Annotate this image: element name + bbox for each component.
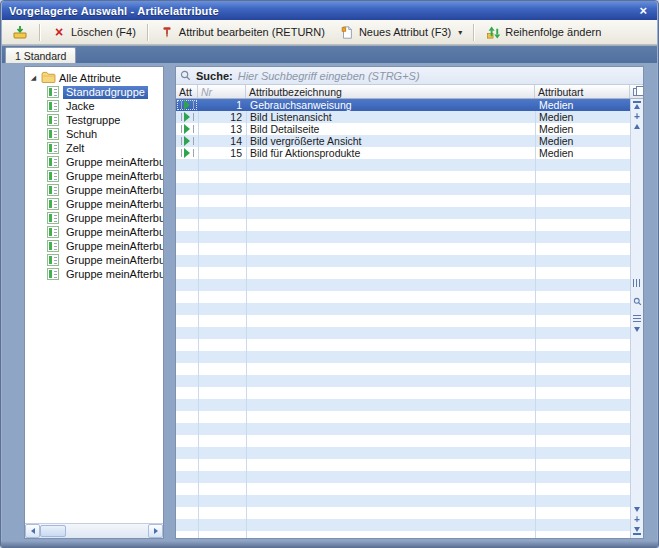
dropdown-caret-icon[interactable]: ▾ [458,28,462,37]
scroll-bottom-group: + [633,507,641,535]
column-chooser-button[interactable] [630,85,643,98]
close-button[interactable]: × [636,4,650,17]
import-button[interactable] [6,21,34,43]
column-chooser-icon [633,88,640,96]
left-arrow-icon [31,528,35,534]
tree-item[interactable]: Gruppe meinAfterbuy ART00082 [47,267,163,281]
tree-item[interactable]: Testgruppe [47,113,163,127]
delete-button[interactable]: × Löschen (F4) [45,21,142,43]
grid-vertical-line [198,99,199,538]
attribute-group-icon [47,184,59,196]
attributes-grid: Suche: Hier Suchbegriff eingeben (STRG+S… [175,66,644,539]
delete-label: Löschen (F4) [71,26,136,38]
scrollbar-track[interactable] [66,524,148,538]
search-mini-icon[interactable] [633,292,642,310]
row-navigate-plus-icon[interactable]: + [634,516,640,523]
tree-item[interactable]: Zelt [47,141,163,155]
content-area: ◢ Alle Attribute Standardgruppe J [2,63,657,541]
edit-attribute-button[interactable]: Attribut bearbeiten (RETURN) [153,21,331,43]
expander-icon[interactable]: ◢ [29,74,38,82]
attribute-group-icon [47,100,59,112]
right-arrow-icon [154,528,158,534]
top-bar-icon [633,101,641,103]
tab-standard[interactable]: 1 Standard [5,47,76,63]
attribute-group-icon [47,254,59,266]
title-bar: Vorgelagerte Auswahl - Artikelattribute … [2,1,657,20]
edit-attribute-label: Attribut bearbeiten (RETURN) [179,26,325,38]
reorder-button[interactable]: Reihenfolge ändern [479,21,607,43]
toolbar-separator [473,24,474,41]
media-attribute-icon [181,148,194,158]
search-label: Suche: [196,70,233,82]
attribute-group-icon [47,170,59,182]
grid-right-scroll-strip: + [630,99,643,538]
attribute-group-icon [47,212,59,224]
scrollbar-thumb[interactable] [40,525,66,537]
search-icon [180,67,191,85]
toolbar: × Löschen (F4) Attribut bearbeiten (RETU… [2,20,657,45]
tree-items-container: ◢ Alle Attribute Standardgruppe J [25,67,163,523]
tree-item[interactable]: Gruppe meinAfterbuy ART00079 [47,225,163,239]
reorder-arrows-icon [485,24,501,40]
attribute-group-icon [47,86,59,98]
grid-vertical-line [246,99,247,538]
scroll-to-bottom-button[interactable] [633,527,641,535]
tree-root-alle-attribute[interactable]: ◢ Alle Attribute [29,71,163,85]
tree-item[interactable]: Gruppe meinAfterbuy ART00074 [47,169,163,183]
down-triangle-icon [634,527,640,532]
scroll-down-button[interactable] [634,507,640,512]
new-document-icon [339,24,355,40]
attribute-group-icon [47,128,59,140]
grid-search-bar[interactable]: Suche: Hier Suchbegriff eingeben (STRG+S… [176,67,643,85]
scroll-top-group: + [633,101,641,129]
table-row[interactable]: 12 Bild Listenansicht Medien [176,111,630,123]
attribute-group-icon [47,268,59,280]
tab-strip: 1 Standard [2,46,657,63]
folder-icon [41,71,56,85]
attribute-group-icon [47,226,59,238]
tree-item[interactable]: Gruppe meinAfterbuy ART00081 [47,253,163,267]
media-attribute-icon [181,112,194,122]
row-navigate-plus-icon[interactable]: + [634,113,640,120]
attribute-group-icon [47,156,59,168]
scroll-middle-tools [633,279,642,332]
attribute-group-icon [47,198,59,210]
filter-mini-icon[interactable] [634,327,640,332]
tree-item[interactable]: Gruppe meinAfterbuy ART00075 [47,183,163,197]
grid-header-row: Att Nr Attributbezeichnung Attributart [176,85,643,99]
scroll-left-button[interactable] [25,524,40,538]
column-header-att[interactable]: Att [176,85,198,98]
media-attribute-icon [181,100,194,110]
reorder-label: Reihenfolge ändern [505,26,601,38]
tree-item[interactable]: Gruppe meinAfterbuy ART00080 [47,239,163,253]
table-row[interactable]: 1 Gebrauchsanweisung Medien [176,99,630,111]
tree-item[interactable]: Gruppe meinAfterbuy ART00076 [47,197,163,211]
import-icon [12,24,28,40]
scroll-up-button[interactable] [634,124,640,129]
new-attribute-label: Neues Attribut (F3) [359,26,451,38]
scroll-right-button[interactable] [148,524,163,538]
columns-mini-icon[interactable] [633,279,641,287]
table-row[interactable]: 15 Bild für Aktionsprodukte Medien [176,147,630,159]
new-attribute-button[interactable]: Neues Attribut (F3) ▾ [333,21,468,43]
tree-item[interactable]: Schuh [47,127,163,141]
tree-root-label: Alle Attribute [59,72,121,84]
search-placeholder: Hier Suchbegriff eingeben (STRG+S) [238,70,420,82]
media-attribute-icon [181,124,194,134]
tree-item-standardgruppe[interactable]: Standardgruppe [47,85,163,99]
column-header-nr[interactable]: Nr [198,85,246,98]
column-header-attributart[interactable]: Attributart [535,85,630,98]
table-row[interactable]: 13 Bild Detailseite Medien [176,123,630,135]
table-row[interactable]: 14 Bild vergrößerte Ansicht Medien [176,135,630,147]
grid-vertical-line [535,99,536,538]
scroll-to-top-button[interactable] [633,101,641,109]
column-header-attributbezeichnung[interactable]: Attributbezeichnung [246,85,535,98]
rows-mini-icon[interactable] [633,315,641,322]
tree-item[interactable]: Jacke [47,99,163,113]
delete-x-icon: × [51,24,67,40]
attribute-group-icon [47,240,59,252]
attribute-group-icon [47,114,59,126]
tree-item[interactable]: Gruppe meinAfterbuy ART00073 [47,155,163,169]
tree-item[interactable]: Gruppe meinAfterbuy ART00078 [47,211,163,225]
tree-horizontal-scrollbar[interactable] [25,523,163,538]
